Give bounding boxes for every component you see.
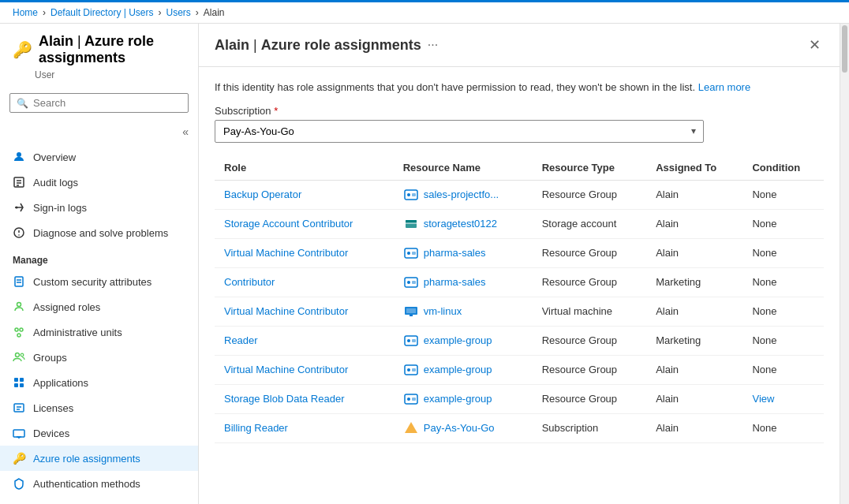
condition-none: None	[752, 422, 776, 434]
condition-cell: View	[742, 384, 824, 413]
sidebar-item-assigned-roles-label: Assigned roles	[33, 301, 100, 313]
sidebar-item-signin-logs[interactable]: Sign-in logs	[0, 195, 198, 220]
sidebar-item-custom-security[interactable]: Custom security attributes	[0, 269, 198, 294]
manage-section-label: Manage	[0, 245, 198, 269]
admin-units-icon	[13, 326, 25, 338]
sidebar-item-audit-logs[interactable]: Audit logs	[0, 170, 198, 195]
applications-icon	[13, 376, 25, 389]
search-box[interactable]: 🔍	[9, 93, 189, 113]
close-button[interactable]: ✕	[806, 33, 824, 57]
search-icon: 🔍	[17, 98, 28, 109]
table-row: Virtual Machine Contributor pharma-sales…	[215, 238, 824, 267]
role-link[interactable]: Virtual Machine Contributor	[224, 247, 348, 259]
sidebar-item-assigned-roles[interactable]: Assigned roles	[0, 294, 198, 319]
role-link[interactable]: Contributor	[224, 276, 275, 288]
sidebar-item-devices[interactable]: Devices	[0, 420, 198, 446]
svg-rect-20	[14, 383, 18, 387]
key-icon: 🔑	[13, 40, 32, 59]
learn-more-link[interactable]: Learn more	[698, 81, 750, 93]
resource-name-cell: storagetest0122	[394, 209, 533, 238]
sidebar-item-diagnose-label: Diagnose and solve problems	[33, 227, 168, 239]
resource-name-link[interactable]: example-group	[424, 364, 492, 375]
subscription-select-wrapper: Pay-As-You-Go ▾	[215, 120, 704, 143]
role-link[interactable]: Storage Account Contributor	[224, 218, 353, 230]
info-text: If this identity has role assignments th…	[215, 81, 695, 93]
sidebar-item-auth-methods[interactable]: Authentication methods	[0, 471, 198, 496]
sidebar-item-admin-units[interactable]: Administrative units	[0, 319, 198, 345]
col-resource-name: Resource Name	[394, 155, 533, 181]
svg-point-8	[18, 234, 20, 236]
resource-name-link[interactable]: pharma-sales	[424, 247, 486, 259]
role-cell: Virtual Machine Contributor	[215, 297, 394, 326]
resource-name-link[interactable]: example-group	[424, 393, 492, 405]
table-row: Billing Reader Pay-As-You-Go Subscriptio…	[215, 413, 824, 442]
assigned-to-cell: Alain	[646, 180, 742, 209]
groups-icon	[13, 351, 25, 364]
sidebar-item-applications[interactable]: Applications	[0, 370, 198, 395]
sidebar-item-groups-label: Groups	[33, 352, 67, 364]
audit-icon	[13, 176, 25, 189]
role-cell: Virtual Machine Contributor	[215, 238, 394, 267]
sidebar-nav: Overview Audit logs Sign-in logs Diagnos…	[0, 144, 198, 504]
azure-role-key-icon: 🔑	[13, 452, 25, 465]
role-cell: Contributor	[215, 267, 394, 297]
role-cell: Virtual Machine Contributor	[215, 355, 394, 384]
resource-type-icon	[403, 420, 419, 436]
troubleshoot-section-label: Troubleshooting + Support	[0, 496, 198, 504]
resource-name-link[interactable]: Pay-As-You-Go	[424, 422, 495, 434]
role-link[interactable]: Backup Operator	[224, 189, 301, 200]
svg-rect-9	[15, 277, 23, 286]
sidebar-item-licenses[interactable]: Licenses	[0, 395, 198, 420]
role-link[interactable]: Reader	[224, 334, 258, 346]
person-icon	[13, 151, 25, 163]
svg-point-29	[407, 193, 410, 196]
sidebar-item-overview[interactable]: Overview	[0, 144, 198, 170]
resource-name-link[interactable]: sales-projectfo...	[424, 189, 499, 200]
resource-type-cell: Resource Group	[533, 326, 647, 355]
resource-name-link[interactable]: storagetest0122	[424, 218, 497, 230]
svg-point-17	[21, 353, 24, 357]
subscription-select[interactable]: Pay-As-You-Go	[215, 120, 704, 143]
scrollbar-thumb[interactable]	[842, 25, 847, 73]
svg-rect-42	[410, 315, 413, 316]
condition-cell: None	[742, 326, 824, 355]
svg-rect-45	[412, 339, 416, 342]
resource-name-link[interactable]: pharma-sales	[424, 276, 486, 288]
collapse-icon[interactable]: «	[179, 122, 192, 141]
role-link[interactable]: Virtual Machine Contributor	[224, 364, 348, 375]
svg-rect-48	[412, 368, 416, 371]
resource-name-link[interactable]: example-group	[424, 334, 492, 346]
condition-none: None	[752, 305, 776, 317]
resource-type-icon	[403, 245, 419, 261]
resource-name-cell: Pay-As-You-Go	[394, 413, 533, 442]
sidebar-item-auth-methods-label: Authentication methods	[33, 478, 140, 490]
assigned-roles-icon	[13, 301, 25, 313]
role-cell: Storage Blob Data Reader	[215, 384, 394, 413]
resource-type-icon	[403, 304, 419, 319]
sidebar-item-diagnose[interactable]: Diagnose and solve problems	[0, 220, 198, 245]
col-role: Role	[215, 155, 394, 181]
resource-name-cell: pharma-sales	[394, 238, 533, 267]
role-link[interactable]: Billing Reader	[224, 422, 288, 434]
sidebar-item-groups[interactable]: Groups	[0, 345, 198, 370]
breadcrumb-home[interactable]: Home	[13, 7, 38, 18]
svg-rect-32	[406, 220, 417, 223]
sidebar-item-azure-role-assignments[interactable]: 🔑 Azure role assignments	[0, 446, 198, 471]
resource-type-icon	[403, 187, 419, 203]
role-link[interactable]: Storage Blob Data Reader	[224, 393, 344, 405]
licenses-icon	[13, 401, 25, 414]
sidebar-item-applications-label: Applications	[33, 377, 88, 389]
header-menu-icon[interactable]: ···	[428, 38, 438, 52]
role-link[interactable]: Virtual Machine Contributor	[224, 305, 348, 317]
auth-methods-icon	[13, 477, 25, 490]
resource-name-link[interactable]: vm-linux	[424, 305, 462, 317]
sidebar-item-admin-units-label: Administrative units	[33, 327, 122, 338]
search-input[interactable]	[33, 97, 181, 109]
condition-view-link[interactable]: View	[752, 393, 774, 405]
svg-point-50	[407, 398, 410, 401]
breadcrumb-directory[interactable]: Default Directory | Users	[50, 7, 153, 18]
resource-type-icon	[403, 391, 419, 407]
content-header-left: Alain | Azure role assignments ···	[215, 37, 438, 54]
resource-type-cell: Storage account	[533, 209, 647, 238]
breadcrumb-users[interactable]: Users	[166, 7, 191, 18]
